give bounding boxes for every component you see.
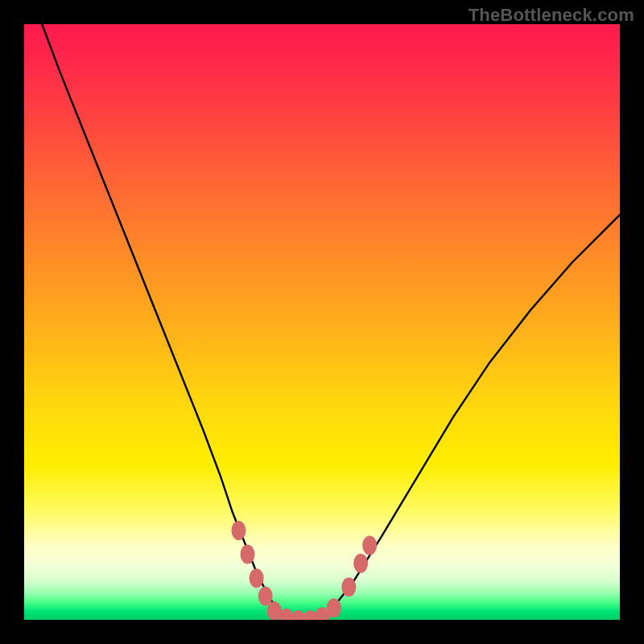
curve-marker <box>327 598 341 617</box>
curve-marker <box>341 577 356 597</box>
plot-area <box>24 24 620 620</box>
marker-group <box>231 521 377 620</box>
curve-marker <box>250 568 264 588</box>
curve-marker <box>362 536 377 555</box>
bottleneck-curve-line <box>42 24 620 620</box>
watermark-text: TheBottleneck.com <box>469 5 634 26</box>
curve-marker <box>241 545 255 564</box>
curve-svg <box>24 24 620 620</box>
chart-frame: TheBottleneck.com <box>0 0 644 644</box>
curve-marker <box>231 521 246 540</box>
curve-marker <box>353 554 368 573</box>
